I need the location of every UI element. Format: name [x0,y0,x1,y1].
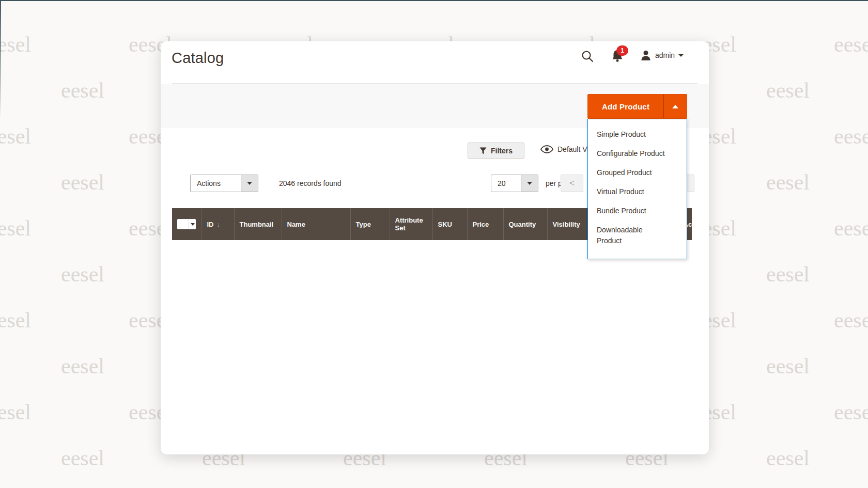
watermark-text: eesel [834,216,868,241]
column-header-type[interactable]: Type [350,208,390,240]
watermark-text: eesel [0,400,31,424]
column-header-price[interactable]: Price [467,208,503,240]
column-header-name[interactable]: Name [282,208,350,240]
window-left-edge [0,0,1,119]
notification-badge[interactable]: 1 [616,45,628,56]
chevron-down-icon [678,54,684,57]
column-header-sku[interactable]: SKU [432,208,467,240]
menu-item-grouped-product[interactable]: Grouped Product [588,163,687,182]
chevron-up-icon [672,105,678,108]
per-page-value: 20 [491,175,521,192]
menu-item-virtual-product[interactable]: Virtual Product [588,182,687,201]
records-count-text: 2046 records found [279,179,342,187]
select-all-header[interactable] [172,208,202,240]
watermark-text: eesel [766,354,810,379]
add-product-toggle[interactable] [663,95,687,118]
eye-icon [540,145,553,153]
menu-item-configurable-product[interactable]: Configurable Product [588,144,687,163]
notifications-button[interactable]: 1 [609,49,626,64]
search-button[interactable] [580,50,595,64]
menu-item-simple-product[interactable]: Simple Product [588,125,687,144]
previous-page-button[interactable]: < [561,175,583,192]
watermark-text: eesel [766,262,810,287]
watermark-text: eesel [766,78,810,103]
per-page-caret[interactable] [521,175,538,192]
filters-button[interactable]: Filters [468,143,524,159]
per-page-select[interactable]: 20 [491,175,538,192]
add-product-split-button[interactable]: Add Product [587,94,687,119]
menu-item-downloadable-product[interactable]: Downloadable Product [588,221,687,250]
watermark-text: eesel [61,170,104,195]
actions-select[interactable]: Actions [190,175,258,192]
actions-select-caret[interactable] [241,175,258,192]
chevron-down-icon [191,223,195,226]
column-header-thumbnail[interactable]: Thumbnail [234,208,282,240]
watermark-text: eesel [834,308,868,333]
watermark-text: eesel [834,32,868,57]
watermark-text: eesel [61,262,104,287]
menu-item-bundle-product[interactable]: Bundle Product [588,201,687,221]
column-header-visibility[interactable]: Visibility [547,208,588,240]
watermark-text: eesel [0,308,31,333]
filter-funnel-icon [479,147,487,154]
admin-user-menu[interactable]: admin [640,50,684,61]
watermark-text: eesel [766,170,810,195]
watermark-text: eesel [0,216,31,241]
page-title: Catalog [172,50,224,67]
chevron-down-icon [527,182,532,185]
add-product-dropdown-menu: Simple ProductConfigurable ProductGroupe… [587,119,687,259]
watermark-text: eesel [834,124,868,149]
filters-label: Filters [491,147,513,155]
column-header-quantity[interactable]: Quantity [503,208,547,240]
select-all-control[interactable] [177,219,196,229]
chevron-down-icon [247,182,252,185]
watermark-text: eesel [0,32,31,57]
select-all-caret[interactable] [189,219,196,229]
catalog-panel: Catalog 1 admin Add Product Filter [161,41,709,454]
user-icon [640,50,652,61]
watermark-text: eesel [766,446,810,470]
watermark-text: eesel [61,354,104,379]
column-header-attribute-set[interactable]: Attribute Set [390,208,432,240]
watermark-text: eesel [61,446,104,470]
sort-descending-icon: ↓ [217,221,221,228]
window-top-edge [0,0,868,1]
actions-select-value: Actions [191,175,241,192]
add-product-label[interactable]: Add Product [588,95,663,118]
search-icon [581,50,594,63]
watermark-text: eesel [0,124,31,149]
column-header-id[interactable]: ID↓ [202,208,234,240]
watermark-text: eesel [834,400,868,424]
admin-username: admin [655,51,675,59]
watermark-text: eesel [61,78,104,103]
